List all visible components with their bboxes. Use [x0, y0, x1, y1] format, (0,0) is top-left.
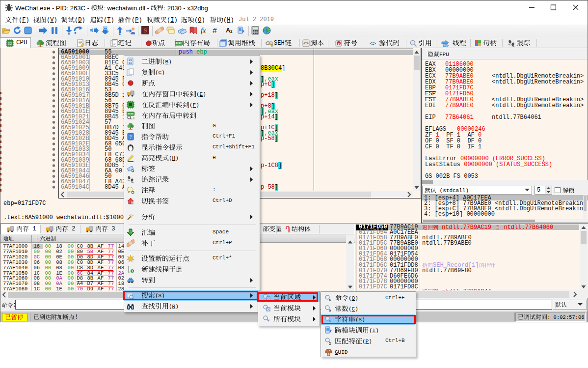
- svg-text:e: e: [338, 42, 340, 45]
- svg-text:?: ?: [130, 134, 132, 140]
- svg-text:10: 10: [129, 61, 132, 65]
- svg-text:10: 10: [130, 232, 132, 234]
- svg-text:!: !: [271, 44, 272, 47]
- svg-text:<>: <>: [303, 41, 309, 46]
- svg-text:S: S: [144, 27, 147, 34]
- svg-text:#: #: [329, 309, 331, 313]
- svg-text:fx: fx: [201, 27, 206, 34]
- svg-text:>: >: [329, 298, 331, 302]
- svg-text:@: @: [133, 117, 134, 119]
- svg-text:*: *: [268, 318, 270, 323]
- svg-text:z: z: [230, 29, 233, 34]
- svg-text:#: #: [213, 27, 217, 35]
- svg-text:<>: <>: [370, 41, 376, 47]
